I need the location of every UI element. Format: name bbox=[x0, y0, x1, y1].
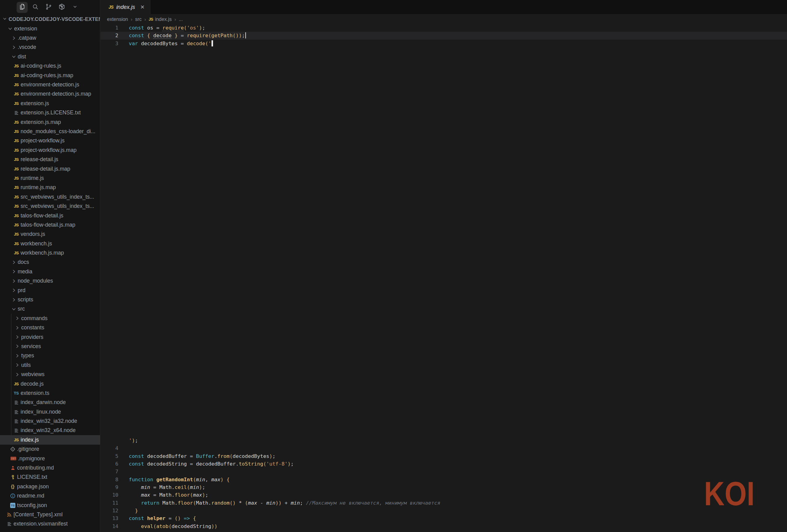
tree-file-index.js[interactable]: JSindex.js bbox=[0, 435, 100, 444]
tree-file-package.json[interactable]: {}package.json bbox=[0, 482, 100, 491]
tree-file-extension.vsixmanifest[interactable]: extension.vsixmanifest bbox=[0, 519, 100, 529]
tree-file-talos-flow-detail.js[interactable]: JStalos-flow-detail.js bbox=[0, 211, 100, 220]
tree-item-label: src bbox=[18, 306, 25, 312]
folder-chevron-down-icon bbox=[8, 26, 13, 31]
folder-chevron-right-icon bbox=[12, 36, 16, 41]
tree-file-src_webviews_utils_index_ts...[interactable]: JSsrc_webviews_utils_index_ts... bbox=[0, 201, 100, 211]
source-control-button[interactable] bbox=[43, 2, 54, 13]
code-editor[interactable]: 1const os = require('os');2const { decod… bbox=[101, 24, 787, 532]
tree-folder-.vscode[interactable]: .vscode bbox=[0, 43, 100, 52]
tree-file-environment-detection.js.map[interactable]: JSenvironment-detection.js.map bbox=[0, 89, 100, 99]
code-line-14: 14 eval(atob(decodedString)) bbox=[101, 523, 787, 530]
tree-folder-utils[interactable]: utils bbox=[0, 360, 100, 370]
explorer-section-header[interactable]: CODEJOY.CODEJOY-VSCODE-EXTEN... bbox=[0, 15, 100, 24]
folder-chevron-right-icon bbox=[12, 288, 16, 293]
rss-xml-icon bbox=[6, 512, 12, 517]
tree-file-vendors.js[interactable]: JSvendors.js bbox=[0, 230, 100, 239]
folder-chevron-right-icon bbox=[15, 316, 20, 321]
tree-item-label: package.json bbox=[17, 484, 49, 490]
tree-folder-commands[interactable]: commands bbox=[0, 314, 100, 323]
tree-file-.npmignore[interactable]: .npmignore bbox=[0, 454, 100, 463]
tree-folder-dist[interactable]: dist bbox=[0, 52, 100, 61]
tree-folder-extension[interactable]: extension bbox=[0, 24, 100, 33]
git-diamond-icon bbox=[10, 447, 16, 452]
js-icon: JS bbox=[14, 222, 19, 227]
tree-file-extension.js.map[interactable]: JSextension.js.map bbox=[0, 118, 100, 127]
breadcrumb-item-extension[interactable]: extension bbox=[107, 17, 128, 22]
tree-item-label: commands bbox=[21, 315, 48, 322]
tree-file-decode.js[interactable]: JSdecode.js bbox=[0, 379, 100, 388]
tree-item-label: extension bbox=[14, 25, 37, 32]
breadcrumb-item-...[interactable]: ... bbox=[178, 17, 183, 22]
tree-folder-node_modules[interactable]: node_modules bbox=[0, 276, 100, 286]
tree-folder-providers[interactable]: providers bbox=[0, 333, 100, 342]
more-views-button[interactable] bbox=[69, 2, 81, 13]
tree-file-ai-coding-rules.js.map[interactable]: JSai-coding-rules.js.map bbox=[0, 71, 100, 80]
tab-close-icon[interactable]: ✕ bbox=[140, 4, 145, 10]
tree-file-node_modules_css-loader_di...[interactable]: JSnode_modules_css-loader_di... bbox=[0, 127, 100, 136]
tree-folder-webviews[interactable]: webviews bbox=[0, 370, 100, 379]
tree-file-workbench.js[interactable]: JSworkbench.js bbox=[0, 239, 100, 248]
tree-file-index_linux.node[interactable]: index_linux.node bbox=[0, 407, 100, 417]
js-icon: JS bbox=[14, 176, 19, 180]
source-control-branch-icon bbox=[45, 3, 52, 12]
tree-item-label: release-detail.js bbox=[21, 156, 58, 163]
tree-file-runtime.js.map[interactable]: JSruntime.js.map bbox=[0, 183, 100, 192]
breadcrumb-item-index.js[interactable]: JSindex.js bbox=[149, 17, 172, 22]
code-line-content: const { decode } = require(getPath()); bbox=[119, 32, 246, 39]
code-line-9: 9 min = Math.ceil(min); bbox=[101, 484, 787, 491]
tree-file-[Content_Types].xml[interactable]: [Content_Types].xml bbox=[0, 510, 100, 519]
tree-file-readme.md[interactable]: readme.md bbox=[0, 491, 100, 501]
tree-item-label: index_win32_x64.node bbox=[21, 427, 76, 433]
tab-index-js[interactable]: JS index.js ✕ bbox=[101, 0, 151, 14]
tree-item-label: node_modules bbox=[18, 278, 53, 284]
tree-file-extension.js.LICENSE.txt[interactable]: extension.js.LICENSE.txt bbox=[0, 108, 100, 118]
explorer-button[interactable] bbox=[17, 2, 28, 13]
tree-folder-constants[interactable]: constants bbox=[0, 323, 100, 333]
tree-item-label: webviews bbox=[21, 371, 45, 378]
tree-folder-prd[interactable]: prd bbox=[0, 286, 100, 295]
search-button[interactable] bbox=[30, 2, 41, 13]
extensions-cube-button[interactable] bbox=[56, 2, 67, 13]
js-icon: JS bbox=[14, 195, 19, 199]
tree-file-.gitignore[interactable]: .gitignore bbox=[0, 445, 100, 454]
tree-folder-src[interactable]: src bbox=[0, 304, 100, 314]
tree-file-contributing.md[interactable]: contributing.md bbox=[0, 463, 100, 472]
tree-file-environment-detection.js[interactable]: JSenvironment-detection.js bbox=[0, 80, 100, 89]
tree-file-tsconfig.json[interactable]: TStsconfig.json bbox=[0, 501, 100, 510]
folder-chevron-down-icon bbox=[12, 54, 16, 59]
tree-file-LICENSE.txt[interactable]: LICENSE.txt bbox=[0, 473, 100, 482]
license-key-icon bbox=[10, 475, 16, 480]
tree-file-extension.ts[interactable]: TSextension.ts bbox=[0, 388, 100, 398]
code-line-8: 8function getRandomInt(min, max) { bbox=[101, 476, 787, 484]
tree-file-release-detail.js[interactable]: JSrelease-detail.js bbox=[0, 155, 100, 164]
tree-folder-types[interactable]: types bbox=[0, 351, 100, 360]
breadcrumb-item-src[interactable]: src bbox=[135, 17, 142, 22]
tree-file-runtime.js[interactable]: JSruntime.js bbox=[0, 173, 100, 183]
code-line-12: 12 } bbox=[101, 507, 787, 514]
tree-file-index_win32_x64.node[interactable]: index_win32_x64.node bbox=[0, 426, 100, 435]
tree-file-extension.js[interactable]: JSextension.js bbox=[0, 99, 100, 108]
tree-folder-scripts[interactable]: scripts bbox=[0, 295, 100, 304]
tree-folder-docs[interactable]: docs bbox=[0, 258, 100, 267]
line-number: 15 bbox=[101, 530, 119, 532]
koi-logo: KOI bbox=[704, 477, 755, 510]
tree-folder-services[interactable]: services bbox=[0, 342, 100, 351]
tree-file-index_darwin.node[interactable]: index_darwin.node bbox=[0, 398, 100, 407]
tree-file-release-detail.js.map[interactable]: JSrelease-detail.js.map bbox=[0, 164, 100, 173]
tree-file-index_win32_ia32.node[interactable]: index_win32_ia32.node bbox=[0, 417, 100, 426]
tree-file-project-workflow.js.map[interactable]: JSproject-workflow.js.map bbox=[0, 146, 100, 155]
code-line-content: var decodedBytes = decode(' bbox=[119, 40, 213, 47]
tree-file-ai-coding-rules.js[interactable]: JSai-coding-rules.js bbox=[0, 62, 100, 71]
tree-file-project-workflow.js[interactable]: JSproject-workflow.js bbox=[0, 136, 100, 146]
line-number: 10 bbox=[101, 491, 119, 499]
line-number: 8 bbox=[101, 476, 119, 484]
tree-file-src_webviews_utils_index_ts...[interactable]: JSsrc_webviews_utils_index_ts... bbox=[0, 192, 100, 201]
tree-file-workbench.js.map[interactable]: JSworkbench.js.map bbox=[0, 248, 100, 257]
code-line-6: 6const decodedString = decodedBuffer.toS… bbox=[101, 460, 787, 468]
js-icon: JS bbox=[14, 157, 19, 162]
tree-folder-.catpaw[interactable]: .catpaw bbox=[0, 33, 100, 42]
tree-folder-media[interactable]: media bbox=[0, 267, 100, 276]
line-number: 1 bbox=[101, 24, 119, 32]
tree-file-talos-flow-detail.js.map[interactable]: JStalos-flow-detail.js.map bbox=[0, 220, 100, 229]
